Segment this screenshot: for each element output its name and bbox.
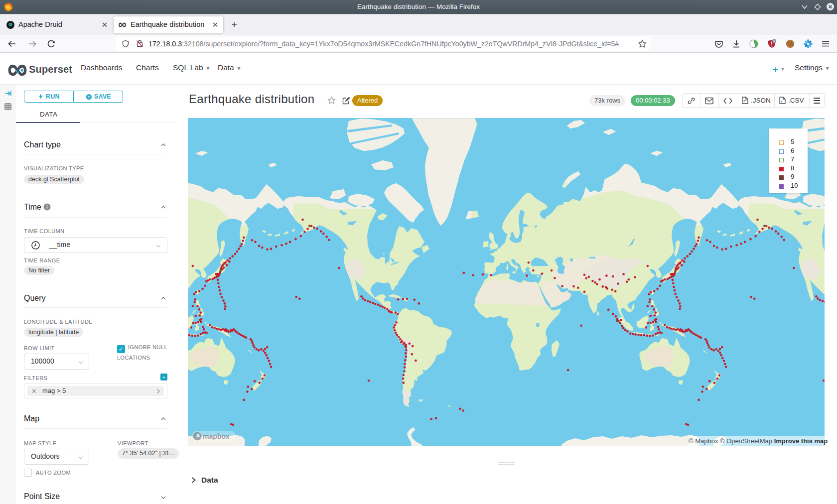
- svg-text:x: x: [781, 100, 783, 103]
- svg-text:mapbox: mapbox: [203, 432, 230, 440]
- svg-text:2: 2: [773, 39, 775, 43]
